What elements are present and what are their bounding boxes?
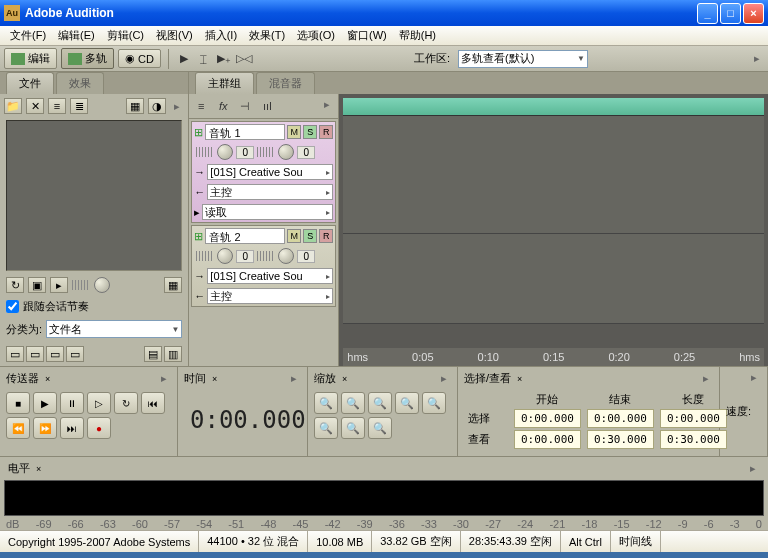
level-meter[interactable] <box>4 480 764 516</box>
import-file-button[interactable]: 📁 <box>4 98 22 114</box>
sel-start-input[interactable]: 0:00.000 <box>514 409 581 428</box>
volume-value-1[interactable]: 0 <box>236 146 254 159</box>
track-header-1[interactable]: ⊞ 音轨 1 M S R 0 0 →[01S] Creative <box>191 121 336 223</box>
panel-menu-icon[interactable]: ▸ <box>437 372 451 385</box>
panel-close-icon[interactable]: × <box>342 374 347 384</box>
show-loop-button[interactable]: ▭ <box>26 346 44 362</box>
edit-file-button[interactable]: ▦ <box>126 98 144 114</box>
track-output-2[interactable]: 主控▸ <box>207 288 333 304</box>
panel-close-icon[interactable]: × <box>36 464 41 474</box>
toolbar-menu-icon[interactable]: ▸ <box>750 52 764 65</box>
view-start-input[interactable]: 0:00.000 <box>514 430 581 449</box>
track-automation-1[interactable]: 读取▸ <box>202 204 333 220</box>
panel-menu-icon[interactable]: ▸ <box>157 372 171 385</box>
zoom-out-h-button[interactable]: 🔍 <box>341 392 365 414</box>
loop-play-button[interactable]: ↻ <box>6 277 24 293</box>
preview-button[interactable]: ▸ <box>50 277 68 293</box>
scrub-tool[interactable]: ▷◁ <box>236 51 252 67</box>
view-end-input[interactable]: 0:30.000 <box>587 430 654 449</box>
track-lane-2[interactable] <box>343 234 764 324</box>
panel-close-icon[interactable]: × <box>212 374 217 384</box>
sel-end-input[interactable]: 0:00.000 <box>587 409 654 428</box>
show-audio-button[interactable]: ▭ <box>6 346 24 362</box>
insert-cd-button[interactable]: ≣ <box>70 98 88 114</box>
track-name-input-2[interactable]: 音轨 2 <box>205 228 285 244</box>
inputs-button[interactable]: ≡ <box>193 98 209 114</box>
file-list[interactable] <box>6 120 182 271</box>
full-path-button[interactable]: ▤ <box>144 346 162 362</box>
panel-menu-icon[interactable]: ▸ <box>170 100 184 113</box>
forward-button[interactable]: ⏩ <box>33 417 57 439</box>
panel-close-icon[interactable]: × <box>45 374 50 384</box>
fx-button[interactable]: fx <box>215 98 231 114</box>
pan-value-2[interactable]: 0 <box>297 250 315 263</box>
maximize-button[interactable]: □ <box>720 3 741 24</box>
goto-end-button[interactable]: ⏭ <box>60 417 84 439</box>
workspace-select[interactable]: 多轨查看(默认)▼ <box>458 50 588 68</box>
close-button[interactable]: × <box>743 3 764 24</box>
pan-value-1[interactable]: 0 <box>297 146 315 159</box>
mode-edit-button[interactable]: 编辑 <box>4 48 57 69</box>
track-header-2[interactable]: ⊞ 音轨 2 M S R 0 0 →[01S] Creative <box>191 225 336 307</box>
insert-multitrack-button[interactable]: ≡ <box>48 98 66 114</box>
track-input-1[interactable]: [01S] Creative Sou▸ <box>207 164 333 180</box>
tab-main-group[interactable]: 主群组 <box>195 72 254 94</box>
goto-start-button[interactable]: ⏮ <box>141 392 165 414</box>
tab-effects[interactable]: 效果 <box>56 72 104 94</box>
mode-cd-button[interactable]: ◉CD <box>118 49 161 68</box>
menu-insert[interactable]: 插入(I) <box>199 26 243 45</box>
time-ruler[interactable]: hms 0:05 0:10 0:15 0:20 0:25 hms <box>343 348 764 366</box>
menu-view[interactable]: 视图(V) <box>150 26 199 45</box>
play-selection-button[interactable]: ▷ <box>87 392 111 414</box>
zoom-full-button[interactable]: 🔍 <box>368 392 392 414</box>
track-menu-icon[interactable]: ▸ <box>320 98 334 114</box>
minimize-button[interactable]: _ <box>697 3 718 24</box>
zoom-in-left-button[interactable]: 🔍 <box>341 417 365 439</box>
panel-menu-icon[interactable]: ▸ <box>746 462 760 475</box>
menu-options[interactable]: 选项(O) <box>291 26 341 45</box>
panel-menu-icon[interactable]: ▸ <box>699 372 713 385</box>
solo-button-2[interactable]: S <box>303 229 317 243</box>
volume-knob-1[interactable] <box>217 144 233 160</box>
mute-button-1[interactable]: M <box>287 125 301 139</box>
pan-knob-1[interactable] <box>278 144 294 160</box>
show-midi-button[interactable]: ▭ <box>66 346 84 362</box>
tab-mixer[interactable]: 混音器 <box>256 72 315 94</box>
advanced-button[interactable]: ▥ <box>164 346 182 362</box>
zoom-in-v-button[interactable]: 🔍 <box>422 392 446 414</box>
panel-menu-icon[interactable]: ▸ <box>747 371 761 384</box>
mute-button-2[interactable]: M <box>287 229 301 243</box>
hybrid-tool[interactable]: ▶₊ <box>216 51 232 67</box>
record-arm-button-2[interactable]: R <box>319 229 333 243</box>
track-name-input-1[interactable]: 音轨 1 <box>205 124 285 140</box>
options-button[interactable]: ◑ <box>148 98 166 114</box>
show-video-button[interactable]: ▭ <box>46 346 64 362</box>
pan-knob-2[interactable] <box>278 248 294 264</box>
close-file-button[interactable]: ✕ <box>26 98 44 114</box>
zoom-in-right-button[interactable]: 🔍 <box>368 417 392 439</box>
panel-close-icon[interactable]: × <box>517 374 522 384</box>
volume-value-2[interactable]: 0 <box>236 250 254 263</box>
zoom-out-v-button[interactable]: 🔍 <box>314 417 338 439</box>
sel-length-input[interactable]: 0:00.000 <box>660 409 727 428</box>
timeline[interactable]: hms 0:05 0:10 0:15 0:20 0:25 hms <box>339 94 768 366</box>
menu-help[interactable]: 帮助(H) <box>393 26 442 45</box>
play-button[interactable]: ▶ <box>33 392 57 414</box>
menu-effects[interactable]: 效果(T) <box>243 26 291 45</box>
follow-tempo-checkbox[interactable] <box>6 300 19 313</box>
view-length-input[interactable]: 0:30.000 <box>660 430 727 449</box>
solo-button-1[interactable]: S <box>303 125 317 139</box>
menu-file[interactable]: 文件(F) <box>4 26 52 45</box>
eq-button[interactable]: ııl <box>259 98 275 114</box>
navigator-bar[interactable] <box>343 98 764 116</box>
markers-toggle[interactable]: ▦ <box>164 277 182 293</box>
time-select-tool[interactable]: ⌶ <box>196 51 212 67</box>
menu-window[interactable]: 窗口(W) <box>341 26 393 45</box>
preview-volume-knob[interactable] <box>94 277 110 293</box>
zoom-selection-button[interactable]: 🔍 <box>395 392 419 414</box>
track-lane-1[interactable] <box>343 116 764 234</box>
rewind-button[interactable]: ⏪ <box>6 417 30 439</box>
volume-knob-2[interactable] <box>217 248 233 264</box>
sort-select[interactable]: 文件名▼ <box>46 320 182 338</box>
mode-multitrack-button[interactable]: 多轨 <box>61 48 114 69</box>
